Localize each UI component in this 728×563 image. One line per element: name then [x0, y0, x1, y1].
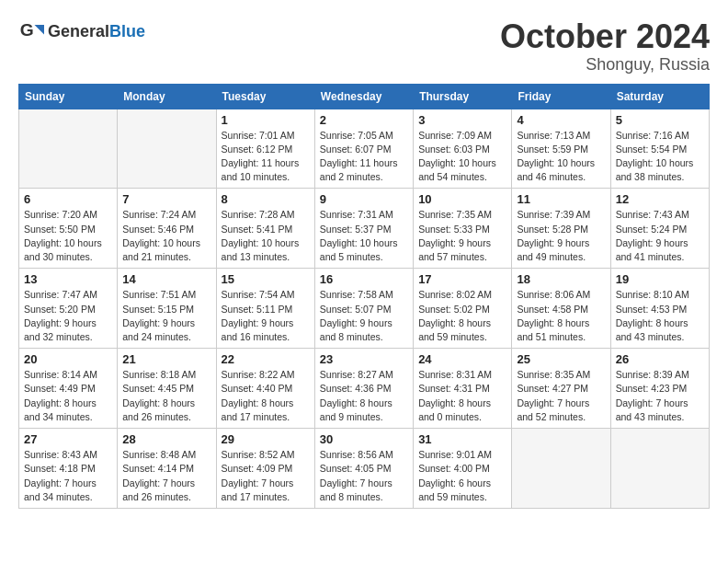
day-info: Sunrise: 7:35 AMSunset: 5:33 PMDaylight:…: [418, 208, 506, 264]
day-info: Sunrise: 8:35 AMSunset: 4:27 PMDaylight:…: [517, 368, 605, 424]
calendar-cell: 21Sunrise: 8:18 AMSunset: 4:45 PMDayligh…: [118, 349, 216, 429]
day-number: 19: [616, 272, 704, 286]
svg-marker-2: [35, 25, 45, 35]
logo-icon: G: [18, 18, 44, 44]
calendar-cell: 26Sunrise: 8:39 AMSunset: 4:23 PMDayligh…: [610, 349, 709, 429]
calendar-cell: 9Sunrise: 7:31 AMSunset: 5:37 PMDaylight…: [314, 189, 413, 269]
calendar-cell: 16Sunrise: 7:58 AMSunset: 5:07 PMDayligh…: [314, 269, 413, 349]
calendar-week-row: 27Sunrise: 8:43 AMSunset: 4:18 PMDayligh…: [19, 429, 710, 509]
location-title: Shonguy, Russia: [500, 55, 710, 75]
day-info: Sunrise: 8:48 AMSunset: 4:14 PMDaylight:…: [122, 448, 210, 504]
calendar-week-row: 6Sunrise: 7:20 AMSunset: 5:50 PMDaylight…: [19, 189, 710, 269]
month-title: October 2024: [500, 18, 710, 55]
day-info: Sunrise: 8:10 AMSunset: 4:53 PMDaylight:…: [616, 288, 704, 344]
day-number: 6: [24, 192, 112, 206]
day-number: 11: [517, 192, 605, 206]
day-number: 15: [222, 272, 310, 286]
day-info: Sunrise: 7:31 AMSunset: 5:37 PMDaylight:…: [320, 208, 408, 264]
day-info: Sunrise: 7:05 AMSunset: 6:07 PMDaylight:…: [320, 129, 408, 185]
calendar-cell: 15Sunrise: 7:54 AMSunset: 5:11 PMDayligh…: [216, 269, 314, 349]
calendar-day-header: Sunday: [19, 84, 118, 109]
day-number: 23: [320, 352, 408, 366]
calendar-cell: 23Sunrise: 8:27 AMSunset: 4:36 PMDayligh…: [314, 349, 413, 429]
day-number: 21: [122, 352, 210, 366]
calendar-cell: 1Sunrise: 7:01 AMSunset: 6:12 PMDaylight…: [216, 109, 314, 189]
calendar-cell: 4Sunrise: 7:13 AMSunset: 5:59 PMDaylight…: [512, 109, 610, 189]
day-info: Sunrise: 8:27 AMSunset: 4:36 PMDaylight:…: [320, 368, 408, 424]
day-info: Sunrise: 7:20 AMSunset: 5:50 PMDaylight:…: [24, 208, 112, 264]
calendar-table: SundayMondayTuesdayWednesdayThursdayFrid…: [18, 84, 710, 509]
calendar-day-header: Tuesday: [216, 84, 314, 109]
calendar-cell: 27Sunrise: 8:43 AMSunset: 4:18 PMDayligh…: [19, 429, 118, 509]
day-number: 28: [122, 432, 210, 446]
day-info: Sunrise: 7:54 AMSunset: 5:11 PMDaylight:…: [222, 288, 310, 344]
calendar-cell: 5Sunrise: 7:16 AMSunset: 5:54 PMDaylight…: [610, 109, 709, 189]
day-info: Sunrise: 8:39 AMSunset: 4:23 PMDaylight:…: [616, 368, 704, 424]
calendar-cell: 11Sunrise: 7:39 AMSunset: 5:28 PMDayligh…: [512, 189, 610, 269]
calendar-cell: 24Sunrise: 8:31 AMSunset: 4:31 PMDayligh…: [414, 349, 512, 429]
calendar-title: October 2024 Shonguy, Russia: [500, 18, 710, 75]
svg-text:G: G: [20, 20, 34, 40]
calendar-day-header: Saturday: [610, 84, 709, 109]
day-number: 7: [122, 192, 210, 206]
logo-general: General: [48, 22, 109, 40]
day-number: 8: [222, 192, 310, 206]
logo-text: GeneralBlue: [48, 22, 145, 41]
day-number: 20: [24, 352, 112, 366]
calendar-cell: 6Sunrise: 7:20 AMSunset: 5:50 PMDaylight…: [19, 189, 118, 269]
calendar-cell: 14Sunrise: 7:51 AMSunset: 5:15 PMDayligh…: [118, 269, 216, 349]
day-info: Sunrise: 7:16 AMSunset: 5:54 PMDaylight:…: [616, 129, 704, 185]
day-info: Sunrise: 7:13 AMSunset: 5:59 PMDaylight:…: [517, 129, 605, 185]
day-info: Sunrise: 9:01 AMSunset: 4:00 PMDaylight:…: [418, 448, 506, 504]
day-number: 9: [320, 192, 408, 206]
day-number: 17: [418, 272, 506, 286]
day-info: Sunrise: 8:22 AMSunset: 4:40 PMDaylight:…: [222, 368, 310, 424]
calendar-cell: 8Sunrise: 7:28 AMSunset: 5:41 PMDaylight…: [216, 189, 314, 269]
day-number: 22: [222, 352, 310, 366]
day-number: 12: [616, 192, 704, 206]
day-info: Sunrise: 7:01 AMSunset: 6:12 PMDaylight:…: [222, 129, 310, 185]
calendar-cell: 31Sunrise: 9:01 AMSunset: 4:00 PMDayligh…: [414, 429, 512, 509]
day-info: Sunrise: 8:31 AMSunset: 4:31 PMDaylight:…: [418, 368, 506, 424]
calendar-cell: 13Sunrise: 7:47 AMSunset: 5:20 PMDayligh…: [19, 269, 118, 349]
calendar-cell: 3Sunrise: 7:09 AMSunset: 6:03 PMDaylight…: [414, 109, 512, 189]
calendar-cell: 2Sunrise: 7:05 AMSunset: 6:07 PMDaylight…: [314, 109, 413, 189]
logo: G GeneralBlue: [18, 18, 145, 44]
page-header: G GeneralBlue October 2024 Shonguy, Russ…: [18, 18, 710, 75]
day-info: Sunrise: 7:58 AMSunset: 5:07 PMDaylight:…: [320, 288, 408, 344]
calendar-header-row: SundayMondayTuesdayWednesdayThursdayFrid…: [19, 84, 710, 109]
calendar-cell: [118, 109, 216, 189]
day-number: 4: [517, 113, 605, 127]
day-info: Sunrise: 7:47 AMSunset: 5:20 PMDaylight:…: [24, 288, 112, 344]
calendar-cell: 22Sunrise: 8:22 AMSunset: 4:40 PMDayligh…: [216, 349, 314, 429]
day-info: Sunrise: 7:28 AMSunset: 5:41 PMDaylight:…: [222, 208, 310, 264]
day-number: 2: [320, 113, 408, 127]
day-info: Sunrise: 8:52 AMSunset: 4:09 PMDaylight:…: [222, 448, 310, 504]
calendar-day-header: Monday: [118, 84, 216, 109]
calendar-day-header: Friday: [512, 84, 610, 109]
day-number: 18: [517, 272, 605, 286]
calendar-cell: 19Sunrise: 8:10 AMSunset: 4:53 PMDayligh…: [610, 269, 709, 349]
day-number: 25: [517, 352, 605, 366]
day-info: Sunrise: 7:09 AMSunset: 6:03 PMDaylight:…: [418, 129, 506, 185]
calendar-cell: 20Sunrise: 8:14 AMSunset: 4:49 PMDayligh…: [19, 349, 118, 429]
day-number: 10: [418, 192, 506, 206]
calendar-day-header: Thursday: [414, 84, 512, 109]
calendar-cell: [512, 429, 610, 509]
day-info: Sunrise: 8:56 AMSunset: 4:05 PMDaylight:…: [320, 448, 408, 504]
calendar-cell: 12Sunrise: 7:43 AMSunset: 5:24 PMDayligh…: [610, 189, 709, 269]
day-number: 16: [320, 272, 408, 286]
day-info: Sunrise: 7:39 AMSunset: 5:28 PMDaylight:…: [517, 208, 605, 264]
calendar-day-header: Wednesday: [314, 84, 413, 109]
day-info: Sunrise: 7:43 AMSunset: 5:24 PMDaylight:…: [616, 208, 704, 264]
day-number: 3: [418, 113, 506, 127]
calendar-cell: 7Sunrise: 7:24 AMSunset: 5:46 PMDaylight…: [118, 189, 216, 269]
day-info: Sunrise: 7:24 AMSunset: 5:46 PMDaylight:…: [122, 208, 210, 264]
calendar-week-row: 1Sunrise: 7:01 AMSunset: 6:12 PMDaylight…: [19, 109, 710, 189]
calendar-cell: 18Sunrise: 8:06 AMSunset: 4:58 PMDayligh…: [512, 269, 610, 349]
day-number: 29: [222, 432, 310, 446]
day-number: 5: [616, 113, 704, 127]
calendar-cell: 29Sunrise: 8:52 AMSunset: 4:09 PMDayligh…: [216, 429, 314, 509]
day-number: 30: [320, 432, 408, 446]
day-info: Sunrise: 8:06 AMSunset: 4:58 PMDaylight:…: [517, 288, 605, 344]
